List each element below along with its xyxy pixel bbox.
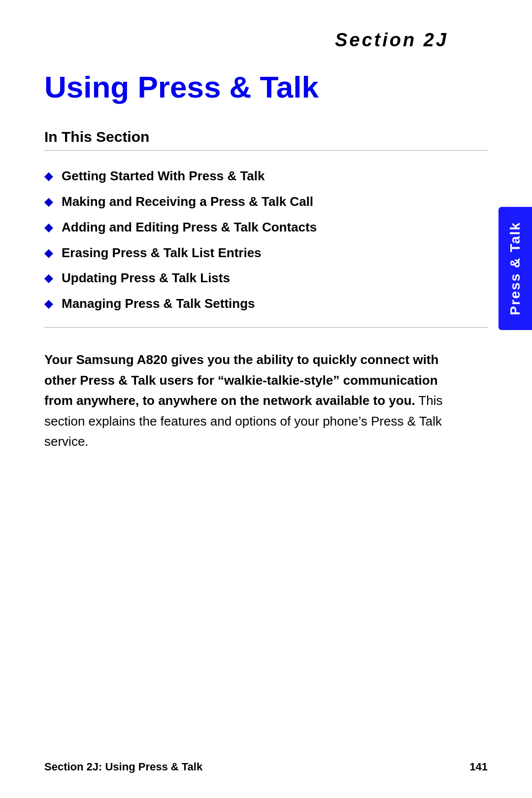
list-item: ◆ Adding and Editing Press & Talk Contac… — [44, 219, 488, 236]
list-item-text-4: Erasing Press & Talk List Entries — [62, 245, 262, 262]
bullet-icon-1: ◆ — [44, 169, 53, 184]
in-this-section-block: In This Section ◆ Getting Started With P… — [44, 129, 488, 328]
list-item: ◆ Erasing Press & Talk List Entries — [44, 245, 488, 262]
bullet-icon-3: ◆ — [44, 221, 53, 235]
bullet-icon-5: ◆ — [44, 271, 53, 286]
description-text: Your Samsung A820 gives you the ability … — [44, 350, 463, 452]
list-item-text-2: Making and Receiving a Press & Talk Call — [62, 194, 313, 210]
side-tab-text: Press & Talk — [507, 222, 524, 315]
list-item: ◆ Managing Press & Talk Settings — [44, 296, 488, 312]
bullet-icon-2: ◆ — [44, 195, 53, 209]
footer-left-text: Section 2J: Using Press & Talk — [44, 761, 202, 773]
page-container: Section 2J Using Press & Talk In This Se… — [0, 0, 532, 798]
in-this-section-heading: In This Section — [44, 129, 488, 145]
description-bold: Your Samsung A820 gives you the ability … — [44, 352, 438, 408]
footer-page-number: 141 — [469, 761, 488, 773]
bullet-list: ◆ Getting Started With Press & Talk ◆ Ma… — [44, 168, 488, 312]
list-item-text-1: Getting Started With Press & Talk — [62, 168, 265, 185]
section-label: Section 2J — [335, 30, 448, 50]
list-item: ◆ Getting Started With Press & Talk — [44, 168, 488, 185]
bottom-divider — [44, 327, 488, 328]
section-header: Section 2J — [44, 30, 488, 51]
bullet-icon-4: ◆ — [44, 246, 53, 261]
list-item: ◆ Updating Press & Talk Lists — [44, 270, 488, 287]
side-tab: Press & Talk — [499, 207, 532, 330]
list-item: ◆ Making and Receiving a Press & Talk Ca… — [44, 194, 488, 210]
list-item-text-5: Updating Press & Talk Lists — [62, 270, 230, 287]
page-title: Using Press & Talk — [44, 70, 488, 104]
bullet-icon-6: ◆ — [44, 297, 53, 311]
footer: Section 2J: Using Press & Talk 141 — [44, 761, 488, 773]
list-item-text-6: Managing Press & Talk Settings — [62, 296, 255, 312]
list-item-text-3: Adding and Editing Press & Talk Contacts — [62, 219, 317, 236]
top-divider — [44, 150, 488, 151]
